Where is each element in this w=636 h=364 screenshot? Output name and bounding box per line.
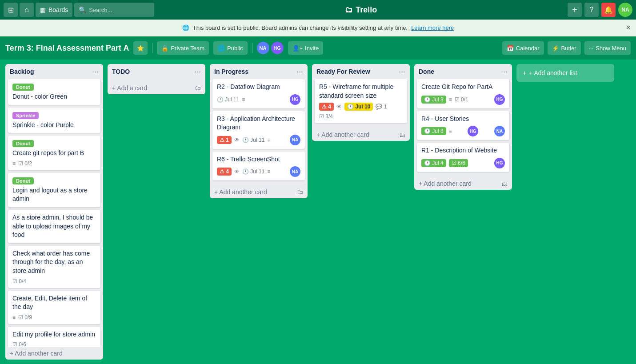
board-title: Term 3: Final Assessment Part A bbox=[5, 44, 129, 53]
notification-btn[interactable]: 🔔 bbox=[601, 3, 616, 17]
calendar-icon: 📅 bbox=[507, 45, 514, 52]
nav-right: + ? 🔔 NA bbox=[568, 3, 632, 17]
lines-icon-d2: ≡ bbox=[449, 128, 452, 134]
lines-icon-r2: ≡ bbox=[242, 96, 245, 103]
card-upload-images[interactable]: As a store admin, I should be able to up… bbox=[8, 210, 100, 243]
lines-icon-r3: ≡ bbox=[267, 137, 270, 143]
add-list-icon: + bbox=[523, 69, 526, 76]
app-name: Trello bbox=[356, 5, 377, 15]
add-card-icon-inprogress: 🗂 bbox=[297, 188, 303, 196]
list-menu-inprogress[interactable]: ··· bbox=[296, 68, 303, 76]
banner-close-btn[interactable]: × bbox=[626, 23, 631, 32]
list-todo: TODO ··· + Add a card 🗂 bbox=[108, 64, 205, 94]
card-create-edit-delete[interactable]: Create, Edit, Delete item of the day ≡ ☑… bbox=[8, 291, 100, 324]
card-meta-git-repos: ≡ ☑ 0/2 bbox=[12, 160, 96, 167]
search-box[interactable]: 🔍 Search... bbox=[74, 3, 154, 17]
private-team-btn[interactable]: 🔒 Private Team bbox=[157, 41, 209, 55]
list-header-todo: TODO ··· bbox=[108, 64, 205, 79]
card-title-d3: R1 - Description of Website bbox=[421, 146, 505, 155]
add-card-done[interactable]: + Add another card 🗂 bbox=[414, 177, 512, 190]
card-title-login-store-admin: Login and logout as a store admin bbox=[12, 186, 96, 204]
clock-icon-r2: 🕐 Jul 11 bbox=[217, 96, 239, 103]
search-icon: 🔍 bbox=[79, 6, 86, 13]
avatar-initials: NA bbox=[621, 7, 629, 13]
grid-icon-btn[interactable]: ⊞ bbox=[4, 3, 18, 17]
avatar-d1: HG bbox=[494, 94, 505, 105]
star-btn[interactable]: ⭐ bbox=[133, 41, 148, 55]
date-yellow-r5: 🕐 Jul 10 bbox=[344, 103, 373, 111]
lines-icon-r6: ≡ bbox=[267, 168, 270, 175]
card-r3-arch[interactable]: R3 - Application Architecture Diagram ⚠ … bbox=[212, 111, 305, 149]
card-d1-git-repo[interactable]: Create Git Repo for PartA 🕐 Jul 3 ≡ ☑ 0/… bbox=[417, 79, 509, 108]
card-sprinkle[interactable]: Sprinkle Sprinkle - color Purple bbox=[8, 108, 100, 133]
card-check-orders[interactable]: Check what order has come through for th… bbox=[8, 246, 100, 288]
list-backlog: Backlog ··· Donut Donut - color Green Sp… bbox=[5, 64, 103, 360]
card-meta-edit-profile: ☑ 0/6 bbox=[12, 341, 96, 347]
card-title-sprinkle: Sprinkle - color Purple bbox=[12, 121, 96, 130]
lines-icon: ≡ bbox=[12, 160, 16, 167]
card-edit-profile[interactable]: Edit my profile for store admin ☑ 0/6 bbox=[8, 327, 100, 347]
list-header-backlog: Backlog ··· bbox=[5, 64, 103, 79]
card-login-store-admin[interactable]: Donut Login and logout as a store admin bbox=[8, 173, 100, 207]
card-meta2-r5: ☑ 3/4 bbox=[319, 113, 403, 120]
add-card-todo[interactable]: + Add a card 🗂 bbox=[108, 82, 205, 94]
add-list-btn[interactable]: + + Add another list bbox=[516, 64, 614, 82]
card-label-donut2: Donut bbox=[12, 140, 34, 147]
create-btn[interactable]: + bbox=[568, 3, 582, 17]
add-card-rfr[interactable]: + Add another card 🗂 bbox=[312, 128, 410, 141]
boards-label: Boards bbox=[48, 6, 68, 13]
card-d2-user-stories[interactable]: R4 - User Stories 🕐 Jul 8 ≡ HG NA bbox=[417, 111, 509, 140]
list-title-done: Done bbox=[419, 68, 434, 75]
boards-btn[interactable]: ▦ Boards bbox=[36, 3, 72, 17]
eye-icon-r3: 👁 bbox=[234, 137, 240, 143]
top-nav: ⊞ ⌂ ▦ Boards 🔍 Search... 🗂 Trello + ? 🔔 … bbox=[0, 0, 636, 20]
card-d3-description[interactable]: R1 - Description of Website 🕐 Jul 4 ☑ 6/… bbox=[417, 143, 509, 172]
add-card-backlog[interactable]: + Add another card bbox=[5, 347, 103, 360]
public-btn[interactable]: 🌐 Public bbox=[213, 41, 247, 55]
invite-icon: 👤+ bbox=[292, 45, 303, 52]
comment-r5: 💬 1 bbox=[376, 104, 387, 110]
card-git-repos[interactable]: Donut Create git repos for part B ≡ ☑ 0/… bbox=[8, 136, 100, 170]
add-card-inprogress[interactable]: + Add another card 🗂 bbox=[210, 186, 308, 198]
list-cards-done: Create Git Repo for PartA 🕐 Jul 3 ≡ ☑ 0/… bbox=[414, 79, 512, 177]
avatar-hg[interactable]: HG bbox=[271, 42, 284, 54]
list-title-inprogress: In Progress bbox=[214, 68, 248, 75]
list-menu-todo[interactable]: ··· bbox=[194, 68, 201, 76]
list-title-todo: TODO bbox=[112, 68, 130, 75]
card-r6-trello[interactable]: R6 - Trello ScreenShot ⚠ 4 👁 🕐 Jul 11 ≡ … bbox=[212, 152, 305, 181]
list-menu-backlog[interactable]: ··· bbox=[92, 68, 99, 76]
list-cards-inprogress: R2 - Dataflow Diagram 🕐 Jul 11 ≡ HG R3 -… bbox=[210, 79, 308, 186]
list-menu-done[interactable]: ··· bbox=[501, 68, 508, 76]
invite-label: Invite bbox=[305, 45, 319, 52]
show-menu-btn[interactable]: ··· Show Menu bbox=[584, 41, 631, 55]
card-meta-d3: 🕐 Jul 4 ☑ 6/6 HG bbox=[421, 158, 505, 168]
card-meta-r5: ⚠ 4 👁 🕐 Jul 10 💬 1 bbox=[319, 103, 403, 111]
invite-btn[interactable]: 👤+ Invite bbox=[288, 41, 324, 55]
card-title-d2: R4 - User Stories bbox=[421, 115, 505, 124]
checklist-done-d3: ☑ 6/6 bbox=[449, 159, 468, 167]
calendar-btn[interactable]: 📅 Calendar bbox=[502, 41, 544, 55]
card-donut-green[interactable]: Donut Donut - color Green bbox=[8, 79, 100, 105]
bell-icon: 🔔 bbox=[604, 6, 613, 14]
avatar-na[interactable]: NA bbox=[257, 42, 269, 54]
ellipsis-icon: ··· bbox=[589, 45, 594, 52]
card-label-sprinkle: Sprinkle bbox=[12, 112, 39, 119]
card-r5-wireframe[interactable]: R5 - Wireframe for multiple standard scr… bbox=[315, 79, 407, 123]
butler-btn[interactable]: ⚡ Butler bbox=[548, 41, 581, 55]
divider2 bbox=[252, 43, 252, 53]
home-icon-btn[interactable]: ⌂ bbox=[20, 3, 34, 17]
avatar-d2-hg: HG bbox=[468, 126, 478, 136]
card-label-donut1: Donut bbox=[12, 84, 34, 91]
card-r2-dataflow[interactable]: R2 - Dataflow Diagram 🕐 Jul 11 ≡ HG bbox=[212, 79, 305, 108]
eye-icon-r6: 👁 bbox=[234, 168, 240, 175]
public-banner: 🌐 This board is set to public. Board adm… bbox=[0, 20, 636, 36]
list-menu-rfr[interactable]: ··· bbox=[399, 68, 405, 76]
date-green-d3: 🕐 Jul 4 bbox=[421, 159, 446, 167]
banner-link[interactable]: Learn more here bbox=[411, 24, 454, 31]
info-btn[interactable]: ? bbox=[584, 3, 599, 17]
user-avatar[interactable]: NA bbox=[618, 3, 632, 17]
trello-icon: 🗂 bbox=[345, 5, 353, 15]
date-green-d2: 🕐 Jul 8 bbox=[421, 127, 446, 135]
card-title-r6: R6 - Trello ScreenShot bbox=[217, 155, 300, 164]
badge-red-r5: ⚠ 4 bbox=[319, 103, 334, 111]
